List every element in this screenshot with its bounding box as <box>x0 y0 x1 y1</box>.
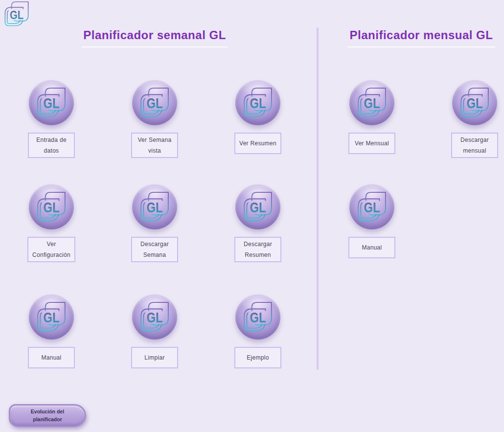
button-limpiar[interactable]: Limpiar <box>103 295 206 368</box>
gl-orb-icon[interactable] <box>29 295 74 340</box>
button-ver-resumen[interactable]: Ver Resumen <box>206 80 309 154</box>
button-label-text: Descargar Resumen <box>244 239 272 260</box>
gl-orb-icon[interactable] <box>349 184 394 229</box>
button-label: Ejemplo <box>234 347 281 368</box>
app-window: Planificador semanal GL Planificador men… <box>0 0 504 432</box>
button-descargar-semana[interactable]: Descargar Semana <box>103 184 206 262</box>
button-ejemplo[interactable]: Ejemplo <box>206 295 309 368</box>
button-label-text: Entrada de datos <box>36 135 67 156</box>
gl-orb-icon[interactable] <box>235 184 280 229</box>
button-label: Entrada de datos <box>28 133 75 158</box>
button-label-text: Ver Resumen <box>239 138 276 149</box>
monthly-section-title: Planificador mensual GL <box>347 28 495 47</box>
gl-orb-icon[interactable] <box>132 295 177 340</box>
button-label-text: Ver Semana vista <box>137 135 171 156</box>
gl-orb-icon[interactable] <box>29 184 74 229</box>
button-entrada-de-datos[interactable]: Entrada de datos <box>0 80 103 158</box>
gl-leaf-logo-icon <box>3 0 30 28</box>
button-label: Descargar Resumen <box>234 237 281 262</box>
button-label: Descargar mensual <box>451 133 498 158</box>
button-manual-mensual[interactable]: Manual <box>321 184 423 258</box>
button-label-text: Manual <box>362 242 382 253</box>
button-label: Ver Configuración <box>27 237 75 262</box>
button-label-text: Descargar mensual <box>460 135 489 156</box>
button-manual-semanal[interactable]: Manual <box>0 295 103 368</box>
button-label-text: Limpiar <box>144 352 164 363</box>
button-descargar-resumen[interactable]: Descargar Resumen <box>206 184 309 262</box>
button-descargar-mensual[interactable]: Descargar mensual <box>423 80 504 158</box>
gl-orb-icon[interactable] <box>452 80 497 125</box>
gl-orb-icon[interactable] <box>29 80 74 125</box>
button-label: Ver Mensual <box>348 133 395 154</box>
button-label: Descargar Semana <box>131 237 178 262</box>
gl-orb-icon[interactable] <box>235 80 280 125</box>
button-ver-mensual[interactable]: Ver Mensual <box>321 80 423 154</box>
weekly-section-title: Planificador semanal GL <box>82 28 228 47</box>
button-label: Manual <box>28 347 75 368</box>
button-label: Limpiar <box>131 347 178 368</box>
button-label-text: Ver Configuración <box>32 239 70 260</box>
gl-orb-icon[interactable] <box>349 80 394 125</box>
evolucion-del-planificador-button[interactable]: Evolución del planificador <box>9 404 86 427</box>
button-label: Ver Resumen <box>234 133 281 154</box>
button-label-text: Ver Mensual <box>355 138 389 149</box>
button-ver-semana-vista[interactable]: Ver Semana vista <box>103 80 206 158</box>
button-ver-configuracion[interactable]: Ver Configuración <box>0 184 103 262</box>
gl-orb-icon[interactable] <box>132 80 177 125</box>
evo-button-label: Evolución del planificador <box>31 408 64 424</box>
button-label-text: Descargar Semana <box>140 239 169 260</box>
gl-orb-icon[interactable] <box>235 295 280 340</box>
button-label: Ver Semana vista <box>131 133 178 158</box>
section-divider <box>317 27 319 370</box>
button-label-text: Ejemplo <box>247 352 269 363</box>
button-label: Manual <box>348 237 395 258</box>
button-label-text: Manual <box>41 352 61 363</box>
gl-orb-icon[interactable] <box>132 184 177 229</box>
